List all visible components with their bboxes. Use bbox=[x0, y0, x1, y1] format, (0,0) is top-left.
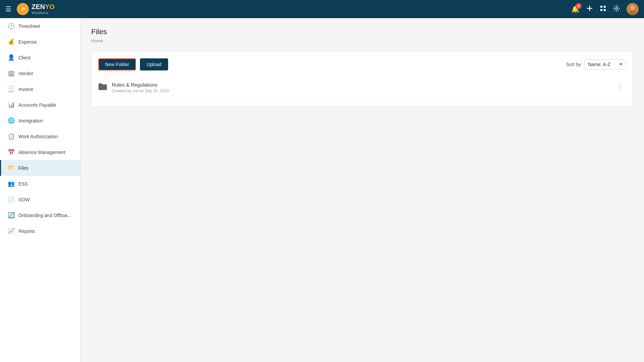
main-content: Files Home New Folder Upload Sort by Nam… bbox=[81, 18, 644, 362]
sidebar-item-timesheet[interactable]: 🕐 Timesheet bbox=[0, 18, 80, 34]
breadcrumb: Home bbox=[91, 38, 633, 43]
sidebar-item-files[interactable]: 📁 Files bbox=[0, 160, 80, 176]
expense-icon: 💰 bbox=[8, 38, 14, 45]
svg-point-2 bbox=[23, 8, 25, 10]
upload-button[interactable]: Upload bbox=[140, 58, 168, 70]
main-layout: 🕐 Timesheet 💰 Expense 👤 Client 🏢 Vendor … bbox=[0, 18, 644, 362]
sidebar-item-expense[interactable]: 💰 Expense bbox=[0, 34, 80, 50]
folder-info: Rules & Regulations Created by me on Sep… bbox=[112, 82, 609, 93]
sidebar-item-label: ESS bbox=[18, 181, 28, 187]
add-button[interactable] bbox=[586, 5, 593, 13]
vendor-icon: 🏢 bbox=[8, 70, 14, 77]
topnav-actions: 🔔 5 bbox=[571, 3, 639, 15]
sidebar-item-onboarding-offboarding[interactable]: 🔄 Onboarding and Offboa... bbox=[0, 207, 80, 223]
sort-container: Sort by Name: A-Z Name: Z-A Date: Oldest… bbox=[566, 59, 626, 69]
sidebar-item-label: Invoice bbox=[18, 87, 33, 92]
sidebar-item-reports[interactable]: 📈 Reports bbox=[0, 223, 80, 239]
top-navigation: ☰ Z ZENYO Workforce 🔔 5 bbox=[0, 0, 644, 18]
accounts-payable-icon: 📊 bbox=[8, 101, 14, 108]
files-icon: 📁 bbox=[8, 164, 14, 171]
sidebar-item-label: Files bbox=[18, 165, 29, 171]
timesheet-icon: 🕐 bbox=[8, 22, 14, 30]
notification-badge: 5 bbox=[576, 3, 582, 9]
settings-button[interactable] bbox=[613, 5, 620, 13]
folder-name: Rules & Regulations bbox=[112, 82, 609, 88]
svg-rect-3 bbox=[600, 6, 602, 8]
sidebar-item-label: Timesheet bbox=[18, 23, 40, 29]
sidebar-item-immigration[interactable]: 🌐 Immigration bbox=[0, 113, 80, 128]
grid-menu-button[interactable] bbox=[600, 5, 606, 13]
reports-icon: 📈 bbox=[8, 227, 14, 235]
sidebar-item-label: Immigration bbox=[18, 118, 43, 123]
work-authorization-icon: 📋 bbox=[8, 133, 14, 140]
client-icon: 👤 bbox=[8, 54, 14, 61]
svg-rect-6 bbox=[604, 9, 606, 11]
page-title: Files bbox=[91, 28, 633, 36]
sidebar-item-invoice[interactable]: 🧾 Invoice bbox=[0, 81, 80, 97]
svg-rect-4 bbox=[604, 6, 606, 8]
ess-icon: 👥 bbox=[8, 180, 14, 187]
folder-row[interactable]: Rules & Regulations Created by me on Sep… bbox=[98, 77, 626, 98]
sidebar: 🕐 Timesheet 💰 Expense 👤 Client 🏢 Vendor … bbox=[0, 18, 81, 362]
sidebar-item-label: Absence Management bbox=[18, 150, 65, 155]
sow-icon: 📄 bbox=[8, 196, 14, 203]
folder-meta: Created by me on Sep 30, 2024 bbox=[112, 89, 609, 93]
sidebar-item-label: Expense bbox=[18, 39, 37, 45]
svg-rect-5 bbox=[600, 9, 602, 11]
sidebar-item-label: Accounts Payable bbox=[18, 102, 56, 108]
app-logo: Z ZENYO Workforce bbox=[17, 3, 55, 15]
svg-point-7 bbox=[615, 7, 617, 9]
immigration-icon: 🌐 bbox=[8, 117, 14, 124]
sort-select[interactable]: Name: A-Z Name: Z-A Date: Oldest Date: N… bbox=[584, 59, 626, 69]
logo-name: ZENYO bbox=[32, 3, 55, 10]
sidebar-item-vendor[interactable]: 🏢 Vendor bbox=[0, 65, 80, 81]
notification-bell[interactable]: 🔔 5 bbox=[571, 5, 580, 13]
toolbar-left: New Folder Upload bbox=[98, 58, 168, 70]
sidebar-item-client[interactable]: 👤 Client bbox=[0, 50, 80, 65]
sidebar-item-label: Client bbox=[18, 55, 31, 60]
onboarding-offboarding-icon: 🔄 bbox=[8, 212, 14, 219]
sidebar-item-sow[interactable]: 📄 SOW bbox=[0, 192, 80, 207]
files-content-card: New Folder Upload Sort by Name: A-Z Name… bbox=[91, 51, 633, 107]
sort-by-label: Sort by bbox=[566, 62, 581, 67]
folder-icon bbox=[98, 83, 107, 92]
svg-point-9 bbox=[630, 5, 635, 10]
user-avatar[interactable] bbox=[627, 3, 639, 15]
sidebar-item-absence-management[interactable]: 📅 Absence Management bbox=[0, 144, 80, 160]
folder-list: Rules & Regulations Created by me on Sep… bbox=[98, 77, 626, 98]
logo-icon: Z bbox=[17, 3, 29, 15]
sidebar-item-ess[interactable]: 👥 ESS bbox=[0, 176, 80, 192]
sidebar-item-label: Onboarding and Offboa... bbox=[18, 213, 71, 218]
absence-management-icon: 📅 bbox=[8, 149, 14, 156]
invoice-icon: 🧾 bbox=[8, 86, 14, 93]
folder-more-menu[interactable]: ⋮ bbox=[614, 82, 626, 93]
hamburger-menu[interactable]: ☰ bbox=[5, 5, 11, 13]
sidebar-item-work-authorization[interactable]: 📋 Work Authorization bbox=[0, 128, 80, 144]
sidebar-item-label: Reports bbox=[18, 228, 35, 234]
sidebar-item-label: SOW bbox=[18, 197, 30, 202]
new-folder-button[interactable]: New Folder bbox=[98, 58, 136, 70]
sidebar-item-label: Vendor bbox=[18, 71, 33, 76]
files-toolbar: New Folder Upload Sort by Name: A-Z Name… bbox=[98, 58, 626, 70]
logo-subtitle: Workforce bbox=[32, 11, 55, 15]
sidebar-item-accounts-payable[interactable]: 📊 Accounts Payable bbox=[0, 97, 80, 113]
sidebar-item-label: Work Authorization bbox=[18, 134, 58, 139]
